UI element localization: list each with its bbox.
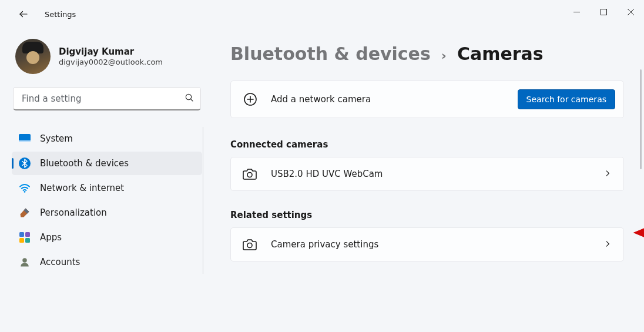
minimize-icon: [573, 9, 580, 15]
camera-item[interactable]: USB2.0 HD UVC WebCam: [231, 157, 623, 190]
search-container: [12, 87, 202, 110]
connected-cameras-section: Connected cameras USB2.0 HD UVC WebCam: [230, 139, 624, 191]
breadcrumb-current: Cameras: [457, 43, 544, 64]
avatar: [15, 39, 51, 74]
svg-point-19: [247, 173, 252, 177]
related-settings-section: Related settings Camera privacy settings: [230, 210, 624, 261]
profile-name: Digvijay Kumar: [59, 46, 163, 58]
chevron-right-icon: [603, 239, 612, 250]
scroll-indicator[interactable]: [640, 69, 642, 169]
section-title-related: Related settings: [230, 210, 624, 220]
content-pane: Bluetooth & devices › Cameras Add a netw…: [212, 28, 644, 332]
camera-item-label: USB2.0 HD UVC WebCam: [271, 169, 383, 179]
search-icon: [185, 93, 194, 105]
window-controls: [563, 0, 644, 28]
close-button[interactable]: [617, 0, 644, 24]
app-title: Settings: [45, 10, 76, 19]
related-settings-card: Camera privacy settings: [230, 227, 624, 261]
sidebar-item-label: Bluetooth & devices: [40, 158, 129, 169]
sidebar-item-apps[interactable]: Apps: [12, 226, 202, 249]
title-bar: Settings: [0, 0, 644, 28]
connected-camera-card: USB2.0 HD UVC WebCam: [230, 157, 624, 191]
breadcrumb: Bluetooth & devices › Cameras: [230, 43, 624, 64]
svg-rect-14: [25, 238, 30, 243]
minimize-button[interactable]: [563, 0, 590, 24]
add-camera-label: Add a network camera: [271, 94, 371, 105]
sidebar-item-label: Personalization: [40, 207, 107, 218]
sidebar-item-label: Network & internet: [40, 183, 124, 193]
svg-rect-12: [25, 232, 30, 237]
sidebar-item-accounts[interactable]: Accounts: [12, 250, 202, 274]
maximize-button[interactable]: [590, 0, 617, 24]
chevron-right-icon: [603, 169, 612, 180]
svg-rect-2: [601, 9, 606, 15]
person-icon: [19, 256, 31, 268]
search-input[interactable]: [13, 87, 201, 110]
nav-divider: [203, 127, 203, 274]
svg-point-10: [24, 191, 26, 193]
svg-line-6: [190, 99, 193, 101]
svg-rect-8: [19, 140, 31, 142]
camera-icon: [243, 237, 257, 251]
svg-point-20: [247, 243, 252, 248]
camera-privacy-item[interactable]: Camera privacy settings: [231, 228, 623, 261]
plus-circle-icon: [243, 92, 258, 107]
close-icon: [628, 9, 634, 15]
back-button[interactable]: [12, 2, 35, 26]
sidebar: Digvijay Kumar digvijay0002@outlook.com …: [0, 28, 212, 332]
annotation-arrow: [633, 221, 644, 244]
system-icon: [19, 133, 31, 145]
svg-rect-13: [19, 238, 24, 243]
nav: System Bluetooth & devices Network & int…: [12, 127, 202, 274]
related-item-label: Camera privacy settings: [271, 239, 378, 250]
svg-marker-21: [633, 224, 644, 241]
sidebar-item-network[interactable]: Network & internet: [12, 176, 202, 200]
camera-icon: [243, 167, 257, 181]
sidebar-item-bluetooth-devices[interactable]: Bluetooth & devices: [12, 152, 202, 175]
sidebar-item-label: Accounts: [40, 257, 80, 267]
bluetooth-icon: [19, 157, 31, 169]
sidebar-item-label: System: [40, 133, 73, 144]
sidebar-item-system[interactable]: System: [12, 127, 202, 150]
maximize-icon: [601, 9, 607, 15]
svg-rect-11: [19, 232, 24, 237]
sidebar-item-personalization[interactable]: Personalization: [12, 201, 202, 224]
sidebar-item-label: Apps: [40, 232, 62, 243]
apps-icon: [19, 232, 31, 243]
section-title-connected: Connected cameras: [230, 139, 624, 150]
breadcrumb-parent[interactable]: Bluetooth & devices: [230, 43, 431, 64]
wifi-icon: [19, 182, 31, 194]
svg-point-15: [22, 258, 27, 263]
add-camera-card: Add a network camera Search for cameras: [230, 81, 624, 118]
profile-block[interactable]: Digvijay Kumar digvijay0002@outlook.com: [12, 39, 202, 74]
svg-marker-22: [633, 224, 644, 241]
arrow-left-icon: [18, 9, 29, 19]
chevron-right-icon: ›: [441, 48, 447, 63]
brush-icon: [19, 207, 31, 219]
search-cameras-button[interactable]: Search for cameras: [518, 89, 615, 109]
profile-email: digvijay0002@outlook.com: [59, 58, 163, 66]
